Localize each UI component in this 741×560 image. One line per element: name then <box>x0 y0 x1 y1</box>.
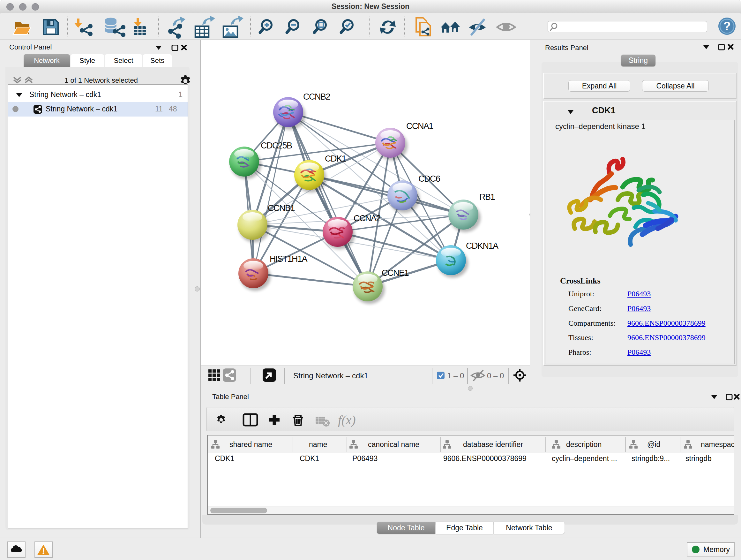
svg-text:CDC25B: CDC25B <box>261 141 292 150</box>
svg-text:CCNB2: CCNB2 <box>303 92 330 102</box>
svg-text:CCNE1: CCNE1 <box>382 268 409 278</box>
svg-text:String Network – cdk1: String Network – cdk1 <box>293 371 368 380</box>
svg-text:shared name: shared name <box>229 440 272 449</box>
svg-text:RB1: RB1 <box>479 192 495 202</box>
svg-text:CDK1: CDK1 <box>325 154 346 164</box>
svg-text:?: ? <box>723 19 731 33</box>
svg-text:database identifier: database identifier <box>463 440 523 449</box>
svg-text:canonical name: canonical name <box>368 440 419 449</box>
svg-text:description: description <box>566 440 602 449</box>
svg-text:CDKN1A: CDKN1A <box>466 241 498 251</box>
svg-text:CCNA2: CCNA2 <box>354 213 381 223</box>
svg-text:CCNA1: CCNA1 <box>406 121 433 131</box>
svg-text:HIST1H1A: HIST1H1A <box>270 254 308 264</box>
svg-text:namespac: namespac <box>701 440 734 449</box>
svg-text:f(x): f(x) <box>338 413 356 427</box>
svg-text:0 – 0: 0 – 0 <box>487 371 504 380</box>
svg-text:@id: @id <box>647 440 660 449</box>
svg-text:CCNB1: CCNB1 <box>268 203 295 213</box>
svg-text:1 – 0: 1 – 0 <box>447 371 464 380</box>
svg-text:CDC6: CDC6 <box>418 174 440 184</box>
svg-text:name: name <box>309 440 327 449</box>
